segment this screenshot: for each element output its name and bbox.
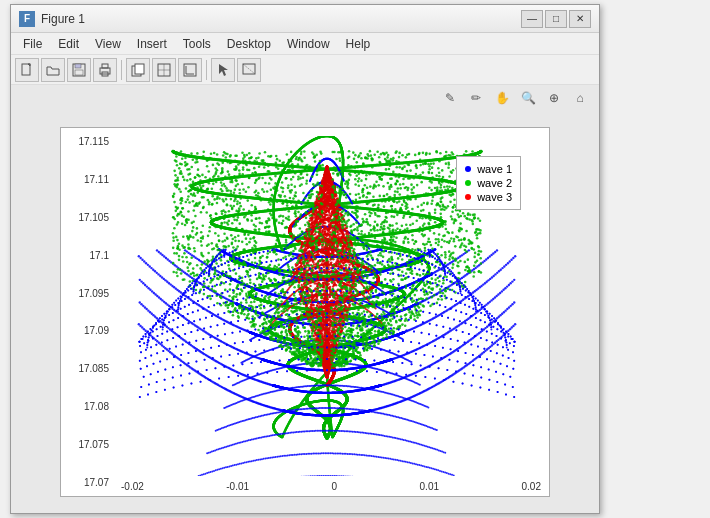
x-label-3: 0.01 <box>420 481 439 492</box>
figure-window: F Figure 1 — □ ✕ File Edit View Insert T… <box>10 4 600 514</box>
print-button[interactable] <box>93 58 117 82</box>
y-label-0: 17.115 <box>78 136 113 147</box>
y-label-8: 17.075 <box>78 439 113 450</box>
legend: wave 1 wave 2 wave 3 <box>456 156 521 210</box>
plot-container: 17.115 17.11 17.105 17.1 17.095 17.09 17… <box>11 111 599 513</box>
menu-tools[interactable]: Tools <box>175 35 219 53</box>
maximize-button[interactable]: □ <box>545 10 567 28</box>
figure-options-button[interactable] <box>152 58 176 82</box>
y-label-9: 17.07 <box>84 477 113 488</box>
save-button[interactable] <box>67 58 91 82</box>
data-cursor-button[interactable] <box>237 58 261 82</box>
svg-rect-4 <box>75 70 83 75</box>
menu-bar: File Edit View Insert Tools Desktop Wind… <box>11 33 599 55</box>
y-label-1: 17.11 <box>84 174 113 185</box>
y-label-6: 17.085 <box>78 363 113 374</box>
title-buttons: — □ ✕ <box>521 10 591 28</box>
wave2-label: wave 2 <box>477 177 512 189</box>
plot-area: 17.115 17.11 17.105 17.1 17.095 17.09 17… <box>60 127 550 497</box>
title-bar-left: F Figure 1 <box>19 11 85 27</box>
menu-insert[interactable]: Insert <box>129 35 175 53</box>
svg-marker-16 <box>219 64 228 76</box>
y-label-5: 17.09 <box>84 325 113 336</box>
home-button[interactable]: ⌂ <box>569 87 591 109</box>
toolbar <box>11 55 599 85</box>
x-label-2: 0 <box>332 481 338 492</box>
y-label-7: 17.08 <box>84 401 113 412</box>
svg-rect-0 <box>22 64 30 75</box>
svg-rect-6 <box>102 64 108 68</box>
axes-button[interactable] <box>178 58 202 82</box>
close-button[interactable]: ✕ <box>569 10 591 28</box>
chart-inner: wave 1 wave 2 wave 3 <box>113 136 541 476</box>
svg-rect-9 <box>135 64 144 74</box>
window-icon: F <box>19 11 35 27</box>
legend-item-wave2: wave 2 <box>465 177 512 189</box>
select-button[interactable] <box>211 58 235 82</box>
wave3-label: wave 3 <box>477 191 512 203</box>
x-label-0: -0.02 <box>121 481 144 492</box>
y-label-2: 17.105 <box>78 212 113 223</box>
x-axis-labels: -0.02 -0.01 0 0.01 0.02 <box>113 476 549 496</box>
new-button[interactable] <box>15 58 39 82</box>
menu-edit[interactable]: Edit <box>50 35 87 53</box>
menu-help[interactable]: Help <box>338 35 379 53</box>
open-button[interactable] <box>41 58 65 82</box>
window-title: Figure 1 <box>41 12 85 26</box>
zoom-out-button[interactable]: 🔍 <box>517 87 539 109</box>
svg-line-18 <box>243 64 255 74</box>
menu-file[interactable]: File <box>15 35 50 53</box>
plot-toolbar: ✎ ✏ ✋ 🔍 ⊕ ⌂ <box>11 85 599 111</box>
edit-button[interactable]: ✏ <box>465 87 487 109</box>
minimize-button[interactable]: — <box>521 10 543 28</box>
x-label-1: -0.01 <box>226 481 249 492</box>
svg-rect-3 <box>75 64 81 68</box>
title-bar: F Figure 1 — □ ✕ <box>11 5 599 33</box>
copy-figure-button[interactable] <box>126 58 150 82</box>
legend-item-wave1: wave 1 <box>465 163 512 175</box>
pan-button[interactable]: ✋ <box>491 87 513 109</box>
menu-desktop[interactable]: Desktop <box>219 35 279 53</box>
legend-item-wave3: wave 3 <box>465 191 512 203</box>
wave3-dot <box>465 194 471 200</box>
draw-button[interactable]: ✎ <box>439 87 461 109</box>
y-label-4: 17.095 <box>78 288 113 299</box>
wave1-label: wave 1 <box>477 163 512 175</box>
content-area: ✎ ✏ ✋ 🔍 ⊕ ⌂ 17.115 17.11 17.105 17.1 17.… <box>11 85 599 513</box>
wave1-dot <box>465 166 471 172</box>
menu-window[interactable]: Window <box>279 35 338 53</box>
y-label-3: 17.1 <box>90 250 113 261</box>
y-axis-labels: 17.115 17.11 17.105 17.1 17.095 17.09 17… <box>61 128 113 496</box>
x-label-4: 0.02 <box>522 481 541 492</box>
menu-view[interactable]: View <box>87 35 129 53</box>
zoom-in-button[interactable]: ⊕ <box>543 87 565 109</box>
wave2-dot <box>465 180 471 186</box>
